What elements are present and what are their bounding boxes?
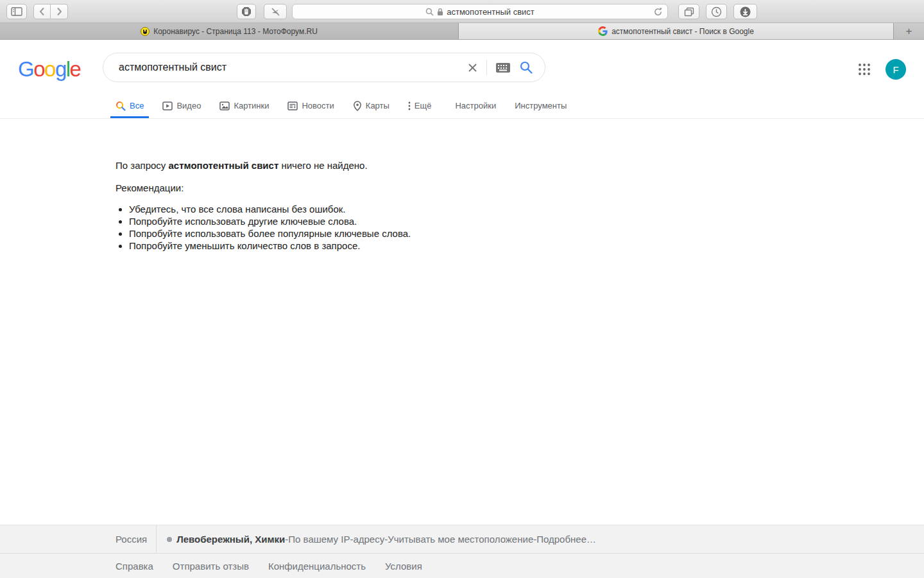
search-nav-tabs: Все Видео Картинки Новости Карты: [0, 93, 924, 119]
tab-news[interactable]: Новости: [287, 93, 334, 118]
more-dots-icon: [408, 101, 411, 110]
keyboard-icon[interactable]: [496, 63, 510, 73]
logo-letter: g: [55, 57, 66, 81]
url-search-icon: [425, 8, 434, 16]
settings-link[interactable]: Настройки: [455, 93, 496, 118]
tools-link[interactable]: Инструменты: [515, 93, 567, 118]
downloads-button[interactable]: [733, 4, 757, 19]
forward-icon: [56, 7, 62, 16]
recommendation-item: Убедитесь, что все слова написаны без ош…: [129, 203, 411, 215]
new-tab-button[interactable]: +: [893, 23, 924, 39]
news-icon: [287, 101, 298, 111]
google-apps-icon[interactable]: [858, 63, 872, 77]
learn-more-link[interactable]: Подробнее…: [536, 534, 596, 545]
url-bar[interactable]: астмопотентный свист: [292, 4, 668, 19]
reload-icon[interactable]: [653, 7, 663, 17]
url-text: астмопотентный свист: [447, 7, 535, 17]
recommendations-list: Убедитесь, что все слова написаны без ош…: [116, 203, 411, 252]
back-icon: [39, 7, 45, 16]
no-tracking-icon: [270, 7, 281, 17]
tab-more[interactable]: Ещё: [408, 93, 432, 118]
query-bold: астмопотентный свист: [169, 160, 279, 171]
help-link[interactable]: Справка: [116, 561, 153, 572]
tab-label: Все: [130, 101, 144, 110]
tab-label: Новости: [302, 101, 334, 110]
tab-title: астмопотентный свист - Поиск в Google: [612, 27, 754, 36]
recommendation-item: Попробуйте использовать более популярные…: [129, 227, 411, 240]
search-colored-icon: [116, 101, 126, 111]
tab-video[interactable]: Видео: [162, 93, 201, 118]
logo-letter: G: [18, 57, 33, 81]
privacy-link[interactable]: Конфиденциальность: [268, 561, 366, 572]
smiley-icon: [141, 27, 150, 36]
content-blocker-button[interactable]: [237, 4, 256, 19]
location-dot-icon: [167, 537, 172, 542]
no-tracking-button[interactable]: [264, 4, 287, 19]
tab-overview-icon: [684, 7, 694, 17]
history-icon: [711, 6, 722, 17]
clear-search-icon[interactable]: [468, 63, 477, 73]
search-box[interactable]: [103, 53, 545, 82]
send-feedback-link[interactable]: Отправить отзыв: [173, 561, 249, 572]
use-precise-location-link[interactable]: Учитывать мое местоположение: [388, 534, 533, 545]
search-divider: [486, 60, 487, 75]
no-results-message: По запросу астмопотентный свист ничего н…: [116, 159, 411, 252]
lock-icon: [437, 8, 443, 16]
google-results-page: Google F Все: [0, 40, 924, 578]
maps-pin-icon: [353, 101, 362, 111]
search-submit-icon[interactable]: [519, 60, 533, 74]
logo-letter: o: [33, 57, 44, 81]
tab-images[interactable]: Картинки: [219, 93, 269, 118]
terms-link[interactable]: Условия: [385, 561, 422, 572]
tab-label: Видео: [176, 101, 201, 110]
content-blocker-icon: [241, 6, 252, 17]
sidebar-icon: [11, 7, 22, 16]
tab-motoforum[interactable]: Коронавирус - Страница 113 - МотоФорум.R…: [0, 23, 459, 39]
footer-country: Россия: [116, 534, 147, 545]
plus-icon: +: [906, 25, 912, 38]
google-g-icon: [598, 26, 608, 36]
images-icon: [219, 101, 230, 111]
footer-location-row: Россия Левобережный, Химки - По вашему I…: [0, 525, 924, 553]
downloads-icon: [740, 6, 751, 17]
recommendation-item: Попробуйте использовать другие ключевые …: [129, 215, 411, 227]
recommendation-item: Попробуйте уменьшить количество слов в з…: [129, 240, 411, 252]
no-results-line: По запросу астмопотентный свист ничего н…: [116, 159, 411, 172]
tab-label: Картинки: [234, 101, 269, 110]
back-button[interactable]: [33, 4, 51, 19]
logo-letter: e: [70, 57, 81, 81]
tab-title: Коронавирус - Страница 113 - МотоФорум.R…: [153, 27, 318, 36]
footer-ip-text: По вашему IP-адресу: [288, 534, 384, 545]
avatar-initial: F: [893, 64, 898, 75]
tab-all[interactable]: Все: [116, 93, 144, 118]
video-icon: [162, 101, 173, 111]
tab-bar: Коронавирус - Страница 113 - МотоФорум.R…: [0, 23, 924, 40]
sidebar-toggle-button[interactable]: [6, 4, 27, 19]
browser-toolbar: астмопотентный свист: [0, 0, 924, 23]
tab-label: Ещё: [415, 101, 432, 110]
google-logo[interactable]: Google: [18, 57, 80, 82]
forward-button[interactable]: [51, 4, 68, 19]
footer-links-row: Справка Отправить отзыв Конфиденциальнос…: [0, 553, 924, 578]
recommendations-title: Рекомендации:: [116, 182, 411, 195]
tab-label: Настройки: [455, 101, 496, 110]
tab-label: Карты: [366, 101, 389, 110]
tab-overview-button[interactable]: [678, 4, 699, 19]
footer-location: Левобережный, Химки: [176, 534, 285, 545]
tab-google-search[interactable]: астмопотентный свист - Поиск в Google: [459, 23, 893, 39]
footer-divider: [156, 525, 157, 553]
avatar[interactable]: F: [886, 59, 906, 80]
tab-label: Инструменты: [515, 101, 567, 110]
page-footer: Россия Левобережный, Химки - По вашему I…: [0, 525, 924, 578]
history-button[interactable]: [706, 4, 727, 19]
search-input[interactable]: [103, 62, 468, 73]
tab-maps[interactable]: Карты: [353, 93, 389, 118]
logo-letter: o: [44, 57, 55, 81]
